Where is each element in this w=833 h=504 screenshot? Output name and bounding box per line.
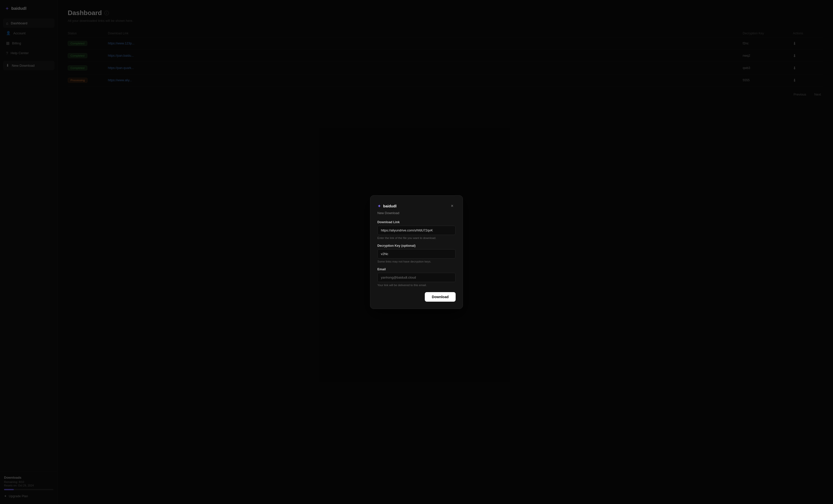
modal-subtitle: New Download [377, 211, 456, 215]
download-link-hint: Enter the link of the file you want to d… [377, 236, 456, 240]
modal-header: ✦ baidudl × [377, 203, 456, 210]
email-label: Email [377, 268, 456, 271]
decryption-key-hint: Some links may not have decryption keys. [377, 260, 456, 263]
submit-download-button[interactable]: Download [425, 292, 456, 302]
download-link-input[interactable] [377, 226, 456, 235]
email-hint: Your link will be delivered to this emai… [377, 284, 456, 286]
modal-logo-icon: ✦ [377, 203, 381, 209]
download-link-label: Download Link [377, 220, 456, 224]
modal-close-button[interactable]: × [449, 203, 456, 210]
modal-logo: ✦ baidudl [377, 203, 397, 209]
modal-overlay[interactable]: ✦ baidudl × New Download Download Link E… [0, 0, 833, 504]
decryption-key-field: Decryption Key (optional) Some links may… [377, 244, 456, 263]
email-field: Email Your link will be delivered to thi… [377, 268, 456, 286]
modal-logo-text: baidudl [383, 204, 397, 208]
email-input[interactable] [377, 273, 456, 282]
new-download-modal: ✦ baidudl × New Download Download Link E… [370, 195, 463, 309]
modal-footer: Download [377, 292, 456, 302]
decryption-key-input[interactable] [377, 249, 456, 258]
decryption-key-label: Decryption Key (optional) [377, 244, 456, 248]
download-link-field: Download Link Enter the link of the file… [377, 220, 456, 240]
